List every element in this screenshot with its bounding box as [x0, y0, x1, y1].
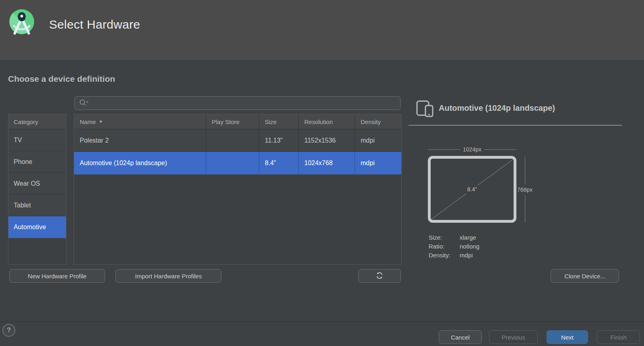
- category-panel: Category TV Phone Wear OS Tablet Automot…: [8, 114, 66, 265]
- clone-device-button[interactable]: Clone Device...: [551, 269, 619, 283]
- category-item-phone[interactable]: Phone: [8, 151, 66, 173]
- cell-size: 11.13": [259, 129, 299, 151]
- cell-play-store: [206, 152, 259, 174]
- category-item-tablet[interactable]: Tablet: [8, 195, 66, 216]
- finish-button[interactable]: Finish: [597, 330, 640, 344]
- cancel-button[interactable]: Cancel: [439, 330, 482, 344]
- height-label: 768px: [517, 186, 533, 193]
- column-header-play-store[interactable]: Play Store: [206, 114, 259, 129]
- device-definition-table: Name ▼ Play Store Size Resolution Densit…: [74, 114, 402, 265]
- column-header-size[interactable]: Size: [259, 114, 299, 129]
- details-divider: [409, 125, 622, 126]
- category-column-header: Category: [8, 114, 66, 129]
- column-header-name[interactable]: Name ▼: [74, 114, 206, 129]
- search-input[interactable]: [91, 99, 397, 107]
- height-dimension: 768px: [516, 157, 534, 223]
- page-heading: Choose a device definition: [8, 74, 115, 84]
- android-studio-logo-icon: [8, 8, 35, 35]
- column-header-resolution[interactable]: Resolution: [299, 114, 355, 129]
- refresh-button[interactable]: [358, 269, 401, 283]
- width-label: 1024px: [463, 146, 481, 153]
- cell-density: mdpi: [355, 129, 401, 151]
- help-button[interactable]: ?: [2, 324, 15, 337]
- next-button[interactable]: Next: [547, 330, 588, 344]
- refresh-icon: [375, 271, 384, 281]
- dialog-title: Select Hardware: [49, 18, 140, 31]
- spec-density: Density: mdpi: [429, 251, 479, 259]
- search-icon[interactable]: [79, 99, 89, 108]
- category-item-wear-os[interactable]: Wear OS: [8, 173, 66, 195]
- category-item-tv[interactable]: TV: [8, 129, 66, 151]
- select-hardware-dialog: Select Hardware Choose a device definiti…: [0, 0, 644, 346]
- previous-button[interactable]: Previous: [489, 330, 538, 344]
- cell-resolution: 1024x768: [299, 152, 355, 174]
- dialog-titlebar: Select Hardware: [0, 0, 644, 60]
- category-item-automotive[interactable]: Automotive: [8, 216, 66, 238]
- table-row-polestar-2[interactable]: Polestar 2 11.13" 1152x1536 mdpi: [74, 129, 401, 152]
- spec-size: Size: xlarge: [429, 233, 479, 242]
- import-hardware-profiles-button[interactable]: Import Hardware Profiles: [116, 269, 221, 283]
- device-search-box[interactable]: [74, 96, 400, 110]
- selected-device-title: Automotive (1024p landscape): [439, 104, 555, 113]
- cell-resolution: 1152x1536: [299, 129, 355, 151]
- devices-icon: [416, 100, 434, 119]
- cell-name: Automotive (1024p landscape): [74, 152, 206, 174]
- table-row-automotive-1024p[interactable]: Automotive (1024p landscape) 8.4" 1024x7…: [74, 152, 401, 174]
- spec-ratio: Ratio: notlong: [429, 242, 479, 251]
- cell-play-store: [206, 129, 259, 151]
- dialog-footer: ? Cancel Previous Next Finish: [0, 321, 644, 346]
- device-screen-diagram: 8.4": [428, 156, 516, 223]
- cell-size: 8.4": [259, 152, 299, 174]
- sort-desc-icon: ▼: [99, 120, 103, 124]
- device-specs: Size: xlarge Ratio: notlong Density: mdp…: [429, 233, 479, 259]
- table-header-row: Name ▼ Play Store Size Resolution Densit…: [74, 114, 401, 129]
- diagonal-size-label: 8.4": [465, 185, 479, 193]
- new-hardware-profile-button[interactable]: New Hardware Profile: [9, 269, 105, 283]
- cell-name: Polestar 2: [74, 129, 206, 151]
- column-header-density[interactable]: Density: [355, 114, 401, 129]
- width-dimension: 1024px: [428, 146, 516, 153]
- cell-density: mdpi: [355, 152, 401, 174]
